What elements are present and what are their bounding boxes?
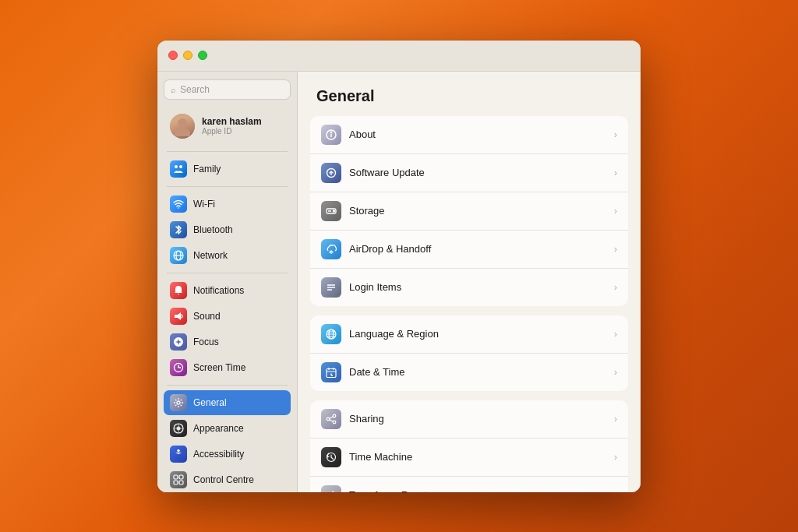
settings-row-sharing[interactable]: Sharing › xyxy=(310,400,628,439)
settings-row-about[interactable]: About › xyxy=(310,116,628,154)
transfer-icon xyxy=(321,485,341,492)
sidebar-item-bluetooth[interactable]: Bluetooth xyxy=(164,217,291,242)
softwareupdate-icon xyxy=(321,163,341,183)
sidebar-item-label-focus: Focus xyxy=(193,336,219,347)
settings-row-datetime[interactable]: Date & Time › xyxy=(310,354,628,391)
sidebar-item-label-controlcentre: Control Centre xyxy=(193,474,254,485)
svg-point-12 xyxy=(177,426,181,430)
panel-title: General xyxy=(298,72,641,116)
svg-point-10 xyxy=(177,401,180,404)
language-chevron: › xyxy=(614,328,617,340)
transfer-label: Transfer or Reset xyxy=(349,489,606,492)
svg-marker-6 xyxy=(175,312,181,320)
loginitems-label: Login Items xyxy=(349,281,606,293)
svg-point-52 xyxy=(333,414,336,417)
sidebar-item-label-bluetooth: Bluetooth xyxy=(193,224,233,235)
settings-group-3: Sharing › Time Machine › xyxy=(310,400,628,492)
user-info: karen haslam Apple ID xyxy=(202,116,262,136)
datetime-icon xyxy=(321,362,341,382)
system-preferences-window: ⌕ Search karen haslam Apple ID xyxy=(157,41,641,492)
sidebar-divider-3 xyxy=(167,273,288,273)
search-box[interactable]: ⌕ Search xyxy=(164,79,291,100)
softwareupdate-label: Software Update xyxy=(349,167,606,178)
airdrop-icon xyxy=(321,239,341,259)
airdrop-chevron: › xyxy=(614,243,617,255)
accessibility-icon xyxy=(170,446,187,463)
sharing-chevron: › xyxy=(614,413,617,425)
svg-rect-18 xyxy=(179,481,183,484)
sharing-icon xyxy=(321,409,341,429)
sidebar-item-sound[interactable]: Sound xyxy=(164,304,291,329)
loginitems-icon xyxy=(321,277,341,298)
language-icon xyxy=(321,324,341,344)
sidebar-item-controlcentre[interactable]: Control Centre xyxy=(164,467,291,492)
user-name: karen haslam xyxy=(202,116,262,127)
sidebar-item-label-family: Family xyxy=(193,164,221,174)
airdrop-label: AirDrop & Handoff xyxy=(349,243,606,255)
sidebar-item-label-notifications: Notifications xyxy=(193,285,244,296)
settings-row-transfer[interactable]: Transfer or Reset › xyxy=(310,477,628,492)
settings-row-timemachine[interactable]: Time Machine › xyxy=(310,439,628,477)
avatar xyxy=(170,114,195,139)
sharing-label: Sharing xyxy=(349,413,606,425)
transfer-chevron: › xyxy=(614,489,617,492)
settings-row-softwareupdate[interactable]: Software Update › xyxy=(310,154,628,192)
sidebar-item-label-wifi: Wi-Fi xyxy=(193,199,215,210)
family-icon xyxy=(170,160,187,178)
settings-group-1: About › Software Update › xyxy=(310,116,628,306)
sidebar-item-notifications[interactable]: Notifications xyxy=(164,278,291,303)
svg-rect-16 xyxy=(179,475,183,479)
window-content: ⌕ Search karen haslam Apple ID xyxy=(157,72,641,492)
minimize-button[interactable] xyxy=(183,51,192,60)
general-icon xyxy=(170,394,187,411)
controlcentre-icon xyxy=(170,471,187,488)
sidebar-item-screentime[interactable]: Screen Time xyxy=(164,355,291,380)
svg-point-1 xyxy=(179,165,182,168)
storage-icon xyxy=(321,201,341,221)
svg-line-56 xyxy=(330,419,334,421)
sidebar-item-label-general: General xyxy=(193,397,227,408)
maximize-button[interactable] xyxy=(198,51,207,60)
timemachine-icon xyxy=(321,447,341,467)
focus-icon xyxy=(170,333,187,351)
sound-icon xyxy=(170,308,187,325)
settings-row-airdrop[interactable]: AirDrop & Handoff › xyxy=(310,231,628,269)
search-icon: ⌕ xyxy=(171,85,176,94)
settings-row-loginitems[interactable]: Login Items › xyxy=(310,269,628,306)
sidebar-item-accessibility[interactable]: Accessibility xyxy=(164,442,291,467)
timemachine-chevron: › xyxy=(614,451,617,463)
datetime-chevron: › xyxy=(614,366,617,378)
user-profile[interactable]: karen haslam Apple ID xyxy=(164,109,291,143)
sidebar-item-family[interactable]: Family xyxy=(164,157,291,181)
svg-line-55 xyxy=(330,416,334,417)
about-icon xyxy=(321,125,341,145)
bluetooth-icon xyxy=(170,221,187,238)
sidebar-item-focus[interactable]: Focus xyxy=(164,329,291,354)
svg-point-36 xyxy=(334,210,335,212)
svg-point-0 xyxy=(175,165,178,168)
sidebar-item-wifi[interactable]: Wi-Fi xyxy=(164,192,291,217)
sidebar-item-general[interactable]: General xyxy=(164,390,291,415)
network-icon xyxy=(170,247,187,264)
softwareupdate-chevron: › xyxy=(614,167,617,178)
close-button[interactable] xyxy=(168,51,178,60)
settings-group-2: Language & Region › xyxy=(310,315,628,391)
titlebar xyxy=(157,41,641,72)
sidebar-divider-4 xyxy=(167,385,288,386)
avatar-image xyxy=(170,114,195,139)
wifi-icon xyxy=(170,196,187,213)
sidebar-divider-1 xyxy=(167,151,288,152)
sidebar-item-network[interactable]: Network xyxy=(164,243,291,268)
appearance-icon xyxy=(170,420,187,437)
storage-label: Storage xyxy=(349,205,606,217)
loginitems-chevron: › xyxy=(614,281,617,293)
sidebar-item-label-screentime: Screen Time xyxy=(193,362,245,373)
svg-point-2 xyxy=(178,207,179,209)
settings-row-storage[interactable]: Storage › xyxy=(310,192,628,231)
svg-rect-17 xyxy=(174,481,178,484)
search-placeholder: Search xyxy=(180,84,210,95)
sidebar-item-appearance[interactable]: Appearance xyxy=(164,416,291,441)
sidebar-item-label-network: Network xyxy=(193,250,228,261)
settings-row-language[interactable]: Language & Region › xyxy=(310,315,628,354)
sidebar-divider-2 xyxy=(167,186,288,187)
